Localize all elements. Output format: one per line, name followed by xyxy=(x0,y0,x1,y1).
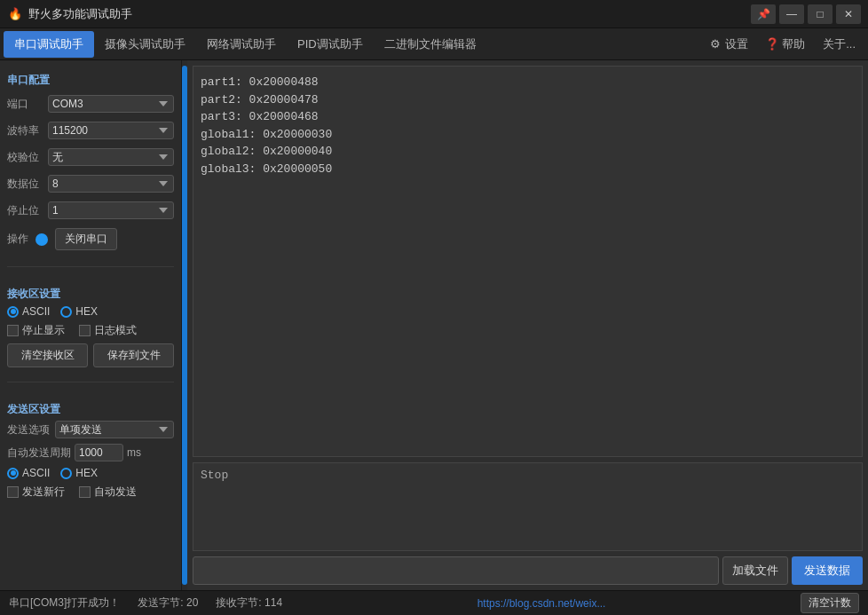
send-hex-radio[interactable] xyxy=(60,468,72,479)
send-count: 发送字节: 20 xyxy=(138,595,198,611)
data-bits-label: 数据位 xyxy=(7,177,44,192)
baud-label: 波特率 xyxy=(7,123,44,138)
stop-bits-select[interactable]: 1 1.5 2 xyxy=(48,201,174,219)
help-icon: ❓ xyxy=(766,38,778,51)
recv-hex-option[interactable]: HEX xyxy=(60,305,98,318)
operation-row: 操作 关闭串口 xyxy=(7,228,174,250)
send-config-section: 发送区设置 发送选项 单项发送 多项发送 自动发送周期 ms ASCII xyxy=(7,397,174,505)
newline-option[interactable]: 发送新行 xyxy=(7,485,65,500)
interval-label: 自动发送周期 xyxy=(7,445,71,461)
recv-action-row: 清空接收区 保存到文件 xyxy=(7,343,174,367)
op-label: 操作 xyxy=(7,232,28,247)
auto-send-option[interactable]: 自动发送 xyxy=(79,485,137,500)
interval-input[interactable] xyxy=(75,444,123,461)
recv-hex-radio[interactable] xyxy=(60,306,72,318)
recv-line: part3: 0x20000468 xyxy=(201,108,855,126)
send-data-button[interactable]: 发送数据 xyxy=(792,556,863,585)
gear-icon: ⚙ xyxy=(709,38,722,51)
divider-1 xyxy=(7,266,174,267)
send-ascii-option[interactable]: ASCII xyxy=(7,467,50,479)
baud-select[interactable]: 115200 9600 19200 38400 57600 xyxy=(48,122,174,139)
recv-line: part2: 0x20000478 xyxy=(201,91,855,109)
tab-pid[interactable]: PID调试助手 xyxy=(287,31,374,58)
serial-config-title: 串口配置 xyxy=(7,73,174,88)
about-label: 关于... xyxy=(823,36,856,52)
port-status: 串口[COM3]打开成功！ xyxy=(9,595,120,611)
app-icon: 🔥 xyxy=(7,6,23,22)
maximize-button[interactable]: □ xyxy=(808,4,832,24)
settings-label: 设置 xyxy=(725,36,748,52)
send-config-title: 发送区设置 xyxy=(7,402,174,417)
recv-line: part1: 0x20000488 xyxy=(201,74,855,91)
status-bar: 串口[COM3]打开成功！ 发送字节: 20 接收字节: 114 https:/… xyxy=(0,590,868,615)
title-bar: 🔥 野火多功能调试助手 📌 — □ ✕ xyxy=(0,0,868,28)
parity-label: 校验位 xyxy=(7,150,44,165)
close-port-button[interactable]: 关闭串口 xyxy=(55,228,117,250)
recv-encoding-group: ASCII HEX xyxy=(7,305,174,318)
newline-checkbox[interactable] xyxy=(7,486,19,498)
recv-ascii-option[interactable]: ASCII xyxy=(7,305,50,318)
recv-config-section: 接收区设置 ASCII HEX 停止显示 日志模式 xyxy=(7,281,174,371)
sidebar: 串口配置 端口 COM3 COM1 COM2 COM4 波特率 115200 9… xyxy=(0,60,182,590)
main-layout: 串口配置 端口 COM3 COM1 COM2 COM4 波特率 115200 9… xyxy=(0,60,868,590)
data-bits-select[interactable]: 8 5 6 7 xyxy=(48,175,174,193)
interval-row: 自动发送周期 ms xyxy=(7,444,174,461)
port-toggle[interactable] xyxy=(36,233,48,246)
save-file-button[interactable]: 保存到文件 xyxy=(93,343,174,367)
clear-count-button[interactable]: 清空计数 xyxy=(801,593,859,613)
stop-text-1: Stop xyxy=(201,469,228,482)
help-label: 帮助 xyxy=(782,36,805,52)
stop-display-checkbox[interactable] xyxy=(7,325,19,336)
log-mode-checkbox[interactable] xyxy=(79,325,91,336)
load-file-button[interactable]: 加载文件 xyxy=(722,556,788,585)
recv-line: global2: 0x20000040 xyxy=(201,143,855,161)
baud-row: 波特率 115200 9600 19200 38400 57600 xyxy=(7,122,174,139)
parity-select[interactable]: 无 奇校验 偶校验 xyxy=(48,148,174,166)
send-opt-label: 发送选项 xyxy=(7,422,50,438)
log-mode-option[interactable]: 日志模式 xyxy=(79,323,137,338)
content-area: part1: 0x20000488part2: 0x20000478part3:… xyxy=(187,60,868,590)
send-encoding-group: ASCII HEX xyxy=(7,467,174,479)
send-input-row: 加载文件 发送数据 xyxy=(193,556,863,585)
help-action[interactable]: ❓ 帮助 xyxy=(757,33,814,56)
recv-config-title: 接收区设置 xyxy=(7,287,174,302)
minimize-button[interactable]: — xyxy=(779,4,804,24)
recv-count: 接收字节: 114 xyxy=(216,595,282,611)
about-action[interactable]: 关于... xyxy=(814,33,864,56)
recv-line: global1: 0x20000030 xyxy=(201,126,855,144)
tab-camera[interactable]: 摄像头调试助手 xyxy=(94,31,196,58)
port-select[interactable]: COM3 COM1 COM2 COM4 xyxy=(48,95,174,113)
stop-display-1: Stop xyxy=(193,462,863,551)
clear-recv-button[interactable]: 清空接收区 xyxy=(7,343,88,367)
app-title: 野火多功能调试助手 xyxy=(28,6,751,22)
send-hex-option[interactable]: HEX xyxy=(60,467,98,479)
tab-serial[interactable]: 串口调试助手 xyxy=(4,31,94,58)
data-bits-row: 数据位 8 5 6 7 xyxy=(7,175,174,193)
send-ascii-radio[interactable] xyxy=(7,468,19,479)
send-opt-select[interactable]: 单项发送 多项发送 xyxy=(55,421,174,438)
window-controls: 📌 — □ ✕ xyxy=(751,4,861,24)
tab-network[interactable]: 网络调试助手 xyxy=(196,31,287,58)
divider-2 xyxy=(7,382,174,382)
stop-display-option[interactable]: 停止显示 xyxy=(7,323,65,338)
blog-link[interactable]: https://blog.csdn.net/weix... xyxy=(300,597,783,610)
tab-binary[interactable]: 二进制文件编辑器 xyxy=(374,31,487,58)
menu-bar: 串口调试助手 摄像头调试助手 网络调试助手 PID调试助手 二进制文件编辑器 ⚙… xyxy=(0,28,868,60)
recv-options-row: 停止显示 日志模式 xyxy=(7,323,174,338)
settings-action[interactable]: ⚙ 设置 xyxy=(700,33,757,56)
pin-button[interactable]: 📌 xyxy=(751,4,776,24)
send-input[interactable] xyxy=(193,556,719,585)
recv-display: part1: 0x20000488part2: 0x20000478part3:… xyxy=(193,66,863,457)
send-option-row: 发送选项 单项发送 多项发送 xyxy=(7,421,174,438)
port-label: 端口 xyxy=(7,97,44,112)
auto-send-checkbox[interactable] xyxy=(79,486,91,498)
recv-line: global3: 0x20000050 xyxy=(201,161,855,178)
recv-ascii-radio[interactable] xyxy=(7,306,19,318)
interval-unit: ms xyxy=(127,446,141,459)
close-button[interactable]: ✕ xyxy=(836,4,861,24)
port-row: 端口 COM3 COM1 COM2 COM4 xyxy=(7,95,174,113)
stop-bits-label: 停止位 xyxy=(7,203,44,218)
parity-row: 校验位 无 奇校验 偶校验 xyxy=(7,148,174,166)
stop-bits-row: 停止位 1 1.5 2 xyxy=(7,201,174,219)
send-options-row: 发送新行 自动发送 xyxy=(7,485,174,500)
